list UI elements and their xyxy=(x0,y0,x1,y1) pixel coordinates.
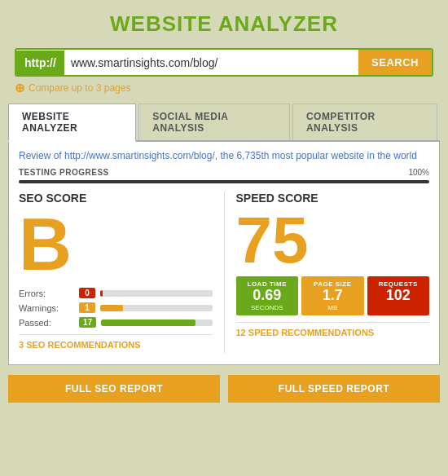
requests-box: REQUESTS 102 xyxy=(367,276,430,315)
load-time-unit: SECONDS xyxy=(241,304,294,311)
warnings-bar xyxy=(100,305,213,311)
seo-passed-row: Passed: 17 xyxy=(19,317,213,328)
search-bar: http:// SEARCH xyxy=(15,48,433,77)
protocol-label: http:// xyxy=(16,51,64,75)
warnings-badge: 1 xyxy=(79,302,95,313)
passed-bar xyxy=(101,320,212,326)
seo-heading: SEO SCORE xyxy=(19,192,213,205)
page-size-box: PAGE SIZE 1.7 MB xyxy=(301,276,364,315)
header: WEBSITE ANALYZER xyxy=(0,0,448,43)
compare-label: Compare up to 3 pages xyxy=(29,82,130,94)
seo-col: SEO SCORE B Errors: 0 Warnings: xyxy=(19,192,213,353)
passed-label: Passed: xyxy=(19,318,74,328)
load-time-value: 0.69 xyxy=(241,288,294,304)
footer-buttons: FULL SEO REPORT FULL SPEED REPORT xyxy=(8,375,440,403)
search-input[interactable] xyxy=(64,51,358,75)
seo-report-button[interactable]: FULL SEO REPORT xyxy=(8,375,220,403)
speed-col: SPEED SCORE 75 LOAD TIME 0.69 SECONDS PA… xyxy=(236,192,430,353)
passed-fill xyxy=(101,320,195,326)
tab-website-analyzer[interactable]: WEBSITE ANALYZER xyxy=(8,104,136,142)
passed-badge: 17 xyxy=(79,317,96,328)
tabs-area: WEBSITE ANALYZER SOCIAL MEDIA ANALYSIS C… xyxy=(0,104,448,365)
load-time-box: LOAD TIME 0.69 SECONDS xyxy=(236,276,299,315)
divider xyxy=(224,192,225,353)
speed-score: 75 xyxy=(236,208,430,273)
errors-badge: 0 xyxy=(79,288,95,298)
progress-bar xyxy=(19,180,429,183)
errors-fill xyxy=(100,290,103,297)
seo-rec-text: 3 SEO RECOMMENDATIONS xyxy=(19,334,213,350)
speed-heading: SPEED SCORE xyxy=(236,192,430,205)
speed-rec-text: 12 SPEED RECOMMENDATIONS xyxy=(236,322,430,337)
requests-value: 102 xyxy=(372,288,425,304)
page-title: WEBSITE ANALYZER xyxy=(8,11,440,37)
metrics-row: LOAD TIME 0.69 SECONDS PAGE SIZE 1.7 MB … xyxy=(236,276,430,315)
main-container: WEBSITE ANALYZER http:// SEARCH ⊕ Compar… xyxy=(0,0,448,403)
errors-bar xyxy=(100,290,213,297)
review-text: Review of http://www.smartinsights.com/b… xyxy=(19,150,429,161)
seo-warnings-row: Warnings: 1 xyxy=(19,302,213,313)
page-size-value: 1.7 xyxy=(306,288,359,304)
page-size-unit: MB xyxy=(306,304,359,311)
errors-label: Errors: xyxy=(19,289,74,298)
seo-details: Errors: 0 Warnings: 1 xyxy=(19,288,213,328)
progress-pct: 100% xyxy=(408,168,429,177)
speed-report-button[interactable]: FULL SPEED REPORT xyxy=(228,375,440,403)
add-icon: ⊕ xyxy=(15,81,25,95)
warnings-label: Warnings: xyxy=(19,303,74,313)
progress-row: TESTING PROGRESS 100% xyxy=(19,168,429,177)
tab-social-media[interactable]: SOCIAL MEDIA ANALYSIS xyxy=(138,104,290,140)
search-button[interactable]: SEARCH xyxy=(358,50,432,75)
progress-label: TESTING PROGRESS xyxy=(19,168,109,177)
tabs-row: WEBSITE ANALYZER SOCIAL MEDIA ANALYSIS C… xyxy=(8,104,440,142)
warnings-fill xyxy=(100,305,123,311)
compare-link[interactable]: ⊕ Compare up to 3 pages xyxy=(15,81,433,95)
content-area: Review of http://www.smartinsights.com/b… xyxy=(8,142,440,365)
tab-competitor[interactable]: COMPETITOR ANALYSIS xyxy=(292,104,437,140)
progress-fill xyxy=(19,180,429,183)
seo-grade: B xyxy=(19,208,213,281)
seo-errors-row: Errors: 0 xyxy=(19,288,213,298)
scores-row: SEO SCORE B Errors: 0 Warnings: xyxy=(19,192,429,353)
